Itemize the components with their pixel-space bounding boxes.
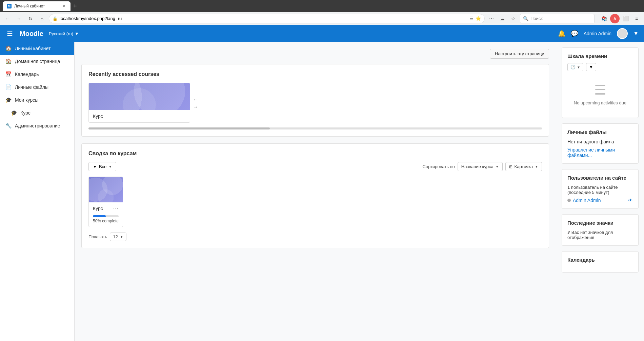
progress-bar-fill (93, 215, 106, 217)
search-bar: 🔍 (520, 14, 595, 23)
view-mode-button[interactable]: ⊞ Карточка ▼ (505, 162, 542, 171)
sort-select[interactable]: Название курса ▼ (458, 162, 503, 171)
tab-title: Личный кабинет (14, 4, 45, 8)
course-menu-button[interactable]: ··· (113, 206, 119, 212)
online-user-name[interactable]: Admin Admin (573, 198, 601, 203)
library-icon[interactable]: 📚 (599, 14, 609, 23)
no-files-message: Нет ни одного файла (567, 139, 633, 144)
refresh-button[interactable]: ↻ (26, 14, 35, 23)
app-header: ☰ Moodle Русский (ru) ▼ 🔔 💬 Admin Admin … (0, 25, 644, 42)
filter-all-button[interactable]: ▼ Все ▼ (88, 162, 116, 171)
messages-icon[interactable]: 💬 (571, 30, 578, 37)
scroll-right-arrow[interactable]: → (193, 104, 198, 110)
app-logo: Moodle (20, 30, 43, 38)
right-sidebar: Шкала времени 🕐 ▼ ▼ ☰ No upcoming activi… (556, 42, 644, 341)
recently-accessed-courses-list: Курс (88, 83, 190, 124)
tab-close-btn[interactable]: ✕ (61, 3, 66, 9)
hamburger-menu[interactable]: ☰ (5, 28, 14, 39)
search-input[interactable] (530, 16, 591, 21)
sidebar-label-domashnyaya: Домашняя страница (15, 59, 60, 64)
user-name-header[interactable]: Admin Admin (584, 31, 611, 36)
calendar-widget-title: Календарь (567, 257, 633, 263)
filter-arrow-icon: ▼ (108, 165, 112, 168)
course-card[interactable]: Курс ··· 50% complete (88, 177, 123, 227)
sidebar-label-moi-kursy: Мои курсы (15, 97, 38, 103)
course-thumb-big (89, 177, 123, 202)
new-tab-button[interactable]: + (73, 3, 77, 10)
recent-course-card[interactable]: Курс (88, 83, 190, 123)
grid-icon: ⊞ (509, 164, 512, 169)
sidebar-item-kalendar[interactable]: 📅 Календарь (0, 68, 74, 81)
extensions-button[interactable]: ⋯ (487, 14, 496, 23)
language-selector[interactable]: Русский (ru) ▼ (49, 31, 79, 36)
course-cards-grid: Курс ··· 50% complete (88, 177, 542, 227)
sidebar-item-lichnye-faily[interactable]: 📄 Личные файлы (0, 81, 74, 94)
sidebar-item-domashnyaya[interactable]: 🏠 Домашняя страница (0, 55, 74, 68)
home-icon: 🏠 (5, 45, 12, 52)
header-right: 🔔 💬 Admin Admin ▼ (558, 28, 639, 39)
profile-icon[interactable]: A (610, 14, 620, 23)
show-arrow-icon: ▼ (120, 235, 123, 239)
online-users-title: Пользователи на сайте (567, 175, 633, 181)
course-info: Курс ··· 50% complete (89, 202, 123, 227)
personal-files-title: Личные файлы (567, 129, 633, 135)
clock-icon: 🕐 (570, 65, 576, 69)
clock-arrow-icon: ▼ (577, 65, 580, 69)
course-title-row: Курс ··· (93, 206, 119, 212)
file-icon: 📄 (5, 84, 12, 90)
house-icon: 🏠 (5, 58, 12, 64)
sidebar-item-kurs[interactable]: 🎓 Курс (0, 106, 74, 119)
scroll-track (88, 127, 542, 129)
recent-course-name: Курс (89, 110, 190, 122)
lang-arrow-icon: ▼ (75, 31, 79, 36)
course-overview-title: Сводка по курсам (88, 151, 542, 157)
bookmark-icon[interactable]: ⭐ (476, 16, 481, 21)
star-icon[interactable]: ☆ (508, 14, 518, 23)
filter-icon: ▼ (93, 164, 97, 169)
sidebar-item-moi-kursy[interactable]: 🎓 Мои курсы (0, 94, 74, 106)
sync-icon[interactable]: ☁ (498, 14, 507, 23)
url-input[interactable] (60, 16, 467, 21)
security-icon: 🔒 (53, 16, 58, 21)
filter-all-label: Все (99, 164, 106, 169)
sort-label: Сортировать по (422, 164, 455, 169)
timeline-filter-button[interactable]: ▼ (586, 63, 596, 71)
user-status-dot (567, 199, 571, 202)
filter-funnel-icon: ▼ (589, 65, 593, 69)
show-count-select[interactable]: 12 ▼ (110, 233, 126, 241)
timeline-empty-message: No upcoming activities due (567, 100, 633, 105)
browser-menu[interactable]: ≡ (632, 14, 641, 23)
manage-files-link[interactable]: Управление личными файлами... (567, 147, 615, 158)
tab-favicon: M (7, 4, 12, 8)
online-users-count: 1 пользователь на сайте (последние 5 мин… (567, 185, 633, 195)
user-avatar[interactable] (617, 28, 628, 39)
scroll-arrows: ← → (193, 97, 198, 110)
show-row: Показать 12 ▼ (88, 233, 542, 241)
sidebar-label-faily: Личные файлы (15, 84, 48, 90)
forward-button[interactable]: → (14, 14, 24, 23)
customize-page-button[interactable]: Настроить эту страницу (490, 49, 549, 59)
sidebar-label-kurs: Курс (20, 110, 31, 116)
timeline-clock-button[interactable]: 🕐 ▼ (567, 63, 583, 71)
admin-icon: 🔧 (5, 123, 12, 129)
address-bar: 🔒 ☰ ⭐ (49, 14, 485, 23)
sidebar-toggle[interactable]: ⬜ (621, 14, 630, 23)
sidebar-item-admin[interactable]: 🔧 Администрирование (0, 119, 74, 132)
back-button[interactable]: ← (3, 14, 12, 23)
sort-option-label: Название курса (461, 164, 494, 169)
no-badges-message: У Вас нет значков для отображения (567, 230, 633, 240)
courses-icon: 🎓 (5, 97, 12, 103)
user-visibility-icon[interactable]: 👁 (628, 198, 633, 203)
browser-tab[interactable]: M Личный кабинет ✕ (3, 1, 71, 11)
scroll-left-arrow[interactable]: ← (193, 97, 198, 103)
notifications-icon[interactable]: 🔔 (558, 30, 565, 37)
home-button[interactable]: ⌂ (37, 14, 47, 23)
reader-icon[interactable]: ☰ (469, 16, 474, 21)
user-info: Admin Admin (567, 198, 601, 203)
view-btn-label: Карточка (515, 164, 533, 169)
show-label: Показать (88, 234, 107, 239)
progress-bar-background (93, 215, 119, 217)
user-menu-arrow[interactable]: ▼ (633, 31, 639, 37)
sidebar-item-lichny-kabinet[interactable]: 🏠 Личный кабинет (0, 42, 74, 55)
browser-toolbar: ← → ↻ ⌂ 🔒 ☰ ⭐ ⋯ ☁ ☆ 🔍 📚 A ⬜ ≡ (0, 12, 644, 25)
